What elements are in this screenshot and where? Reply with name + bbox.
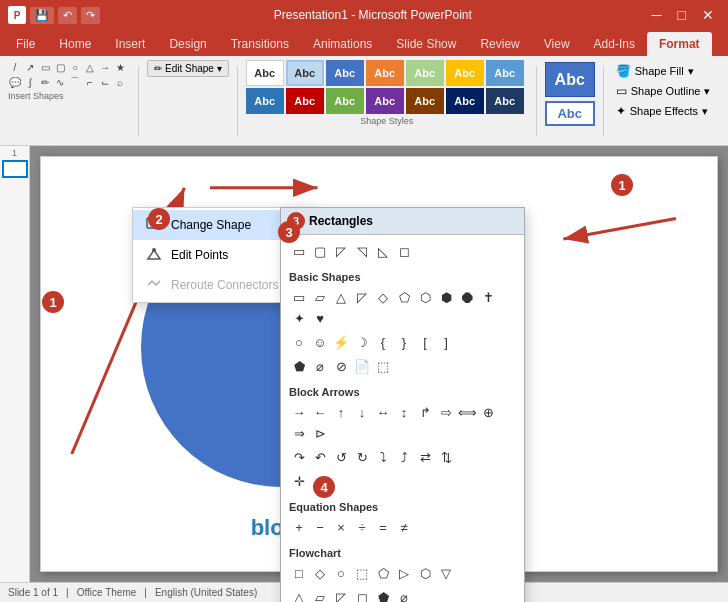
style-item-3[interactable]: Abc — [326, 60, 364, 86]
style-item-8[interactable]: Abc — [246, 88, 284, 114]
shape-effects-item[interactable]: ✦ Shape Effects ▾ — [612, 102, 715, 120]
shape-right-arrow[interactable]: → — [98, 60, 112, 74]
fc-process[interactable]: □ — [289, 563, 309, 583]
minimize-button[interactable]: ─ — [646, 7, 668, 23]
style-item-11[interactable]: Abc — [366, 88, 404, 114]
bs-cross[interactable]: ✝ — [478, 287, 498, 307]
wordart-abc2[interactable]: Abc — [545, 101, 595, 126]
redo-button[interactable]: ↷ — [81, 7, 100, 24]
tab-animations[interactable]: Animations — [301, 32, 384, 56]
slide-thumbnail[interactable] — [2, 160, 28, 178]
style-item-10[interactable]: Abc — [326, 88, 364, 114]
bs-document[interactable]: 📄 — [352, 356, 372, 376]
tab-addins[interactable]: Add-Ins — [582, 32, 647, 56]
tab-format[interactable]: Format — [647, 32, 712, 56]
style-item-14[interactable]: Abc — [486, 88, 524, 114]
ba-toggle2[interactable]: ⇅ — [436, 447, 456, 467]
shape-arrow-line[interactable]: ↗ — [23, 60, 37, 74]
bs-brace-l[interactable]: { — [373, 332, 393, 352]
shape-triangle[interactable]: △ — [83, 60, 97, 74]
style-item-2[interactable]: Abc — [286, 60, 324, 86]
bs-bracket-r[interactable]: ] — [436, 332, 456, 352]
eq-notequal[interactable]: ≠ — [394, 517, 414, 537]
shape-arc[interactable]: ⌒ — [68, 75, 82, 89]
bs-pentagon[interactable]: ⬠ — [394, 287, 414, 307]
tab-insert[interactable]: Insert — [103, 32, 157, 56]
bs-ellipse[interactable]: ○ — [289, 332, 309, 352]
ba-curved-l[interactable]: ↶ — [310, 447, 330, 467]
shape-star[interactable]: ★ — [113, 60, 127, 74]
bs-parallelogram[interactable]: ▱ — [310, 287, 330, 307]
bs-no[interactable]: ⊘ — [331, 356, 351, 376]
bs-moon[interactable]: ☽ — [352, 332, 372, 352]
bs-star4[interactable]: ✦ — [289, 308, 309, 328]
bs-rect[interactable]: ▭ — [289, 287, 309, 307]
fc-collate[interactable]: ▽ — [436, 563, 456, 583]
fc-tape[interactable]: ⌀ — [394, 587, 414, 602]
fc-extract[interactable]: ◸ — [331, 587, 351, 602]
rect-snip2[interactable]: ◹ — [352, 241, 372, 261]
rect-snip[interactable]: ◸ — [331, 241, 351, 261]
bs-cube[interactable]: ⬟ — [289, 356, 309, 376]
fc-sequential[interactable]: ▷ — [394, 563, 414, 583]
ba-lr[interactable]: ↔ — [373, 402, 393, 422]
wordart-abc1[interactable]: Abc — [545, 62, 595, 97]
bs-octagon[interactable]: ⯃ — [457, 287, 477, 307]
fc-decision[interactable]: ◇ — [310, 563, 330, 583]
ba-up[interactable]: ↑ — [331, 402, 351, 422]
shape-fill-item[interactable]: 🪣 Shape Fill ▾ — [612, 62, 715, 80]
shape-rect[interactable]: ▭ — [38, 60, 52, 74]
ba-right[interactable]: → — [289, 402, 309, 422]
ba-s-arrow[interactable]: ⤵ — [373, 447, 393, 467]
ba-cross-arrows[interactable]: ✛ — [289, 471, 309, 491]
ba-down[interactable]: ↓ — [352, 402, 372, 422]
rect-rounded[interactable]: ▢ — [310, 241, 330, 261]
shape-curve[interactable]: ∫ — [23, 75, 37, 89]
ba-stripe-r[interactable]: ⇒ — [289, 423, 309, 443]
bs-triangle[interactable]: △ — [331, 287, 351, 307]
ba-toggle[interactable]: ⇄ — [415, 447, 435, 467]
close-button[interactable]: ✕ — [696, 7, 720, 23]
ba-circ2[interactable]: ↻ — [352, 447, 372, 467]
save-button[interactable]: 💾 — [30, 7, 54, 24]
bs-cylinder[interactable]: ⌀ — [310, 356, 330, 376]
tab-file[interactable]: File — [4, 32, 47, 56]
bs-diamond[interactable]: ◇ — [373, 287, 393, 307]
fc-merge[interactable]: ▱ — [310, 587, 330, 602]
ba-bent-up[interactable]: ↱ — [415, 402, 435, 422]
fc-predefined[interactable]: ⬚ — [352, 563, 372, 583]
bs-heptagon[interactable]: ⬢ — [436, 287, 456, 307]
shape-bent[interactable]: ⌕ — [113, 75, 127, 89]
style-item-1[interactable]: Abc — [246, 60, 284, 86]
shape-freeform[interactable]: ✏ — [38, 75, 52, 89]
tab-review[interactable]: Review — [468, 32, 531, 56]
style-item-6[interactable]: Abc — [446, 60, 484, 86]
rect-square[interactable]: ▭ — [289, 241, 309, 261]
bs-hexagon[interactable]: ⬡ — [415, 287, 435, 307]
fc-terminator[interactable]: ○ — [331, 563, 351, 583]
ba-s-arrow2[interactable]: ⤴ — [394, 447, 414, 467]
shape-elbow[interactable]: ⌙ — [98, 75, 112, 89]
style-item-12[interactable]: Abc — [406, 88, 444, 114]
bs-bracket-l[interactable]: [ — [415, 332, 435, 352]
eq-minus[interactable]: − — [310, 517, 330, 537]
tab-transitions[interactable]: Transitions — [219, 32, 301, 56]
bs-rtriangle[interactable]: ◸ — [352, 287, 372, 307]
style-item-7[interactable]: Abc — [486, 60, 524, 86]
fc-manual[interactable]: ◻ — [352, 587, 372, 602]
edit-shape-button[interactable]: ✏ Edit Shape ▾ — [147, 60, 229, 77]
shape-rounded-rect[interactable]: ▢ — [53, 60, 67, 74]
undo-button[interactable]: ↶ — [58, 7, 77, 24]
fc-delay[interactable]: ⬟ — [373, 587, 393, 602]
tab-slideshow[interactable]: Slide Show — [384, 32, 468, 56]
fc-stored-data[interactable]: ⬠ — [373, 563, 393, 583]
ba-curved-r[interactable]: ↷ — [289, 447, 309, 467]
bs-smiley[interactable]: ☺ — [310, 332, 330, 352]
rect-diag[interactable]: ◻ — [394, 241, 414, 261]
ba-quad[interactable]: ⟺ — [457, 402, 477, 422]
shape-callout[interactable]: 💬 — [8, 75, 22, 89]
eq-divide[interactable]: ÷ — [352, 517, 372, 537]
tab-design[interactable]: Design — [157, 32, 218, 56]
shape-scribble[interactable]: ∿ — [53, 75, 67, 89]
style-item-5[interactable]: Abc — [406, 60, 444, 86]
